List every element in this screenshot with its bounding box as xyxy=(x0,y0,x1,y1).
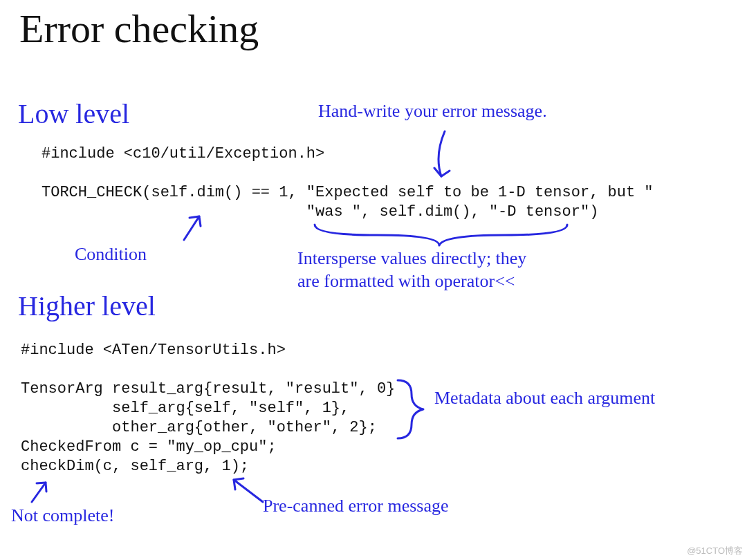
arrow-handwrite-icon xyxy=(427,128,469,183)
high-include: #include <ATen/TensorUtils.h> xyxy=(21,342,286,359)
higher-level-heading: Higher level xyxy=(18,289,156,324)
high-tensorarg-2: self_arg{self, "self", 1}, xyxy=(21,400,349,417)
note-intersperse: Intersperse values directly; they are fo… xyxy=(297,248,526,292)
high-checkedfrom: CheckedFrom c = "my_op_cpu"; xyxy=(21,438,277,456)
high-checkdim: checkDim(c, self_arg, 1); xyxy=(21,458,249,475)
arrow-condition-icon xyxy=(178,211,213,245)
arrow-notcomplete-icon xyxy=(28,478,55,506)
note-not-complete: Not complete! xyxy=(11,505,114,528)
watermark: @51CTO博客 xyxy=(687,545,743,557)
low-torchcheck-line2: "was ", self.dim(), "-D tensor") xyxy=(42,203,598,221)
note-precanned: Pre-canned error message xyxy=(263,495,449,518)
brace-intersperse-icon xyxy=(311,221,574,249)
low-level-heading: Low level xyxy=(18,97,129,131)
note-condition: Condition xyxy=(75,243,147,266)
high-tensorarg-3: other_arg{other, "other", 2}; xyxy=(21,419,377,436)
note-metadata: Metadata about each argument xyxy=(434,387,655,410)
page-title: Error checking xyxy=(19,6,259,52)
high-tensorarg-1: TensorArg result_arg{result, "result", 0… xyxy=(21,380,395,398)
low-include: #include <c10/util/Exception.h> xyxy=(42,145,324,162)
brace-metadata-icon xyxy=(394,379,429,441)
note-hand-write: Hand-write your error message. xyxy=(318,100,547,123)
low-torchcheck-line1: TORCH_CHECK(self.dim() == 1, "Expected s… xyxy=(42,184,654,201)
